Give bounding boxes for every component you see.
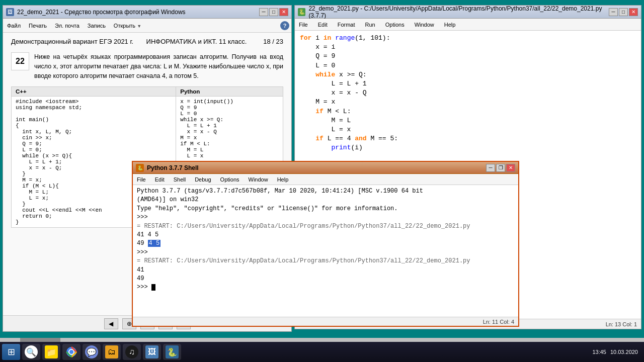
help-button[interactable]: ? [280,21,289,30]
scrollbar-thumb[interactable] [20,338,60,342]
shell-version-info: Python 3.7.7 (tags/v3.7.7:d7c567b08f, Ma… [137,187,514,196]
minimize-button[interactable]: ─ [259,8,268,16]
shell-menu-edit[interactable]: Edit [153,176,167,183]
menu-run[interactable]: Run [363,21,377,28]
editor-maximize-button[interactable]: □ [619,8,628,16]
shell-minimize-button[interactable]: ─ [486,164,495,172]
open-dropdown-icon: ▼ [137,24,141,29]
chrome-icon [65,345,78,358]
toolbar-record[interactable]: Запись [86,22,108,30]
shell-menu-shell[interactable]: Shell [172,176,188,183]
taskbar-time: 13:45 [592,349,606,355]
menu-format[interactable]: Format [336,21,357,28]
shell-icon: 🐍 [136,164,144,172]
editor-menubar: File Edit Format Run Options Window Help [295,19,641,31]
shell-platform-info: (AMD64)] on win32 [137,196,514,204]
discord-icon: 💬 [85,345,98,358]
shell-restart-2: = RESTART: C:/Users/University/AppData/L… [137,257,514,265]
taskbar-explorer[interactable]: 🗂 [103,344,121,360]
exam-header: Демонстрационный вариант ЕГЭ 2021 г. ИНФ… [11,38,283,45]
media-icon: ♫ [125,345,138,358]
shell-menu-debug[interactable]: Debug [193,176,213,183]
shell-prompt-0: >>> [137,213,514,222]
cpp-header: C++ [12,87,176,97]
python-header: Python [176,87,283,97]
menu-edit[interactable]: Edit [316,21,330,28]
taskbar-chrome[interactable] [62,344,80,360]
shell-status-text: Ln: 11 Col: 4 [483,319,514,325]
windows-icon: ⊞ [8,346,15,357]
editor-status-text: Ln: 13 Col: 1 [606,321,637,327]
exam-page: 18 / 23 [263,38,283,45]
photos-icon: 🖼 [145,345,158,358]
taskbar-media[interactable]: ♫ [123,344,141,360]
taskbar-photos[interactable]: 🖼 [143,344,161,360]
taskbar-discord[interactable]: 💬 [83,344,101,360]
maximize-button[interactable]: □ [269,8,278,16]
editor-titlebar-left: 🐍 22_demo_2021.py - C:/Users/University/… [298,5,609,19]
bottom-scrollbar[interactable] [0,338,644,342]
shell-cursor [151,284,155,291]
shell-restart-1: = RESTART: C:/Users/University/AppData/L… [137,222,514,231]
shell-title: Python 3.7.7 Shell [147,164,199,171]
photo-viewer-titlebar: 🖼 22_demo_2021 - Средство просмотра фото… [3,6,291,19]
taskbar-search[interactable]: 🔍 [22,344,40,360]
shell-titlebar: 🐍 Python 3.7.7 Shell ─ ❐ ✕ [133,162,518,174]
shell-menu-file[interactable]: File [135,176,148,183]
toolbar-email[interactable]: Эл. почта [53,22,82,30]
photo-viewer-title: 22_demo_2021 - Средство просмотра фотогр… [17,9,186,16]
editor-minimize-button[interactable]: ─ [609,8,618,16]
taskbar: ⊞ 🔍 📁 💬 🗂 ♫ 🖼 🐍 13:45 [0,342,644,362]
toolbar-open[interactable]: Открыть ▼ [112,22,143,30]
shell-prompt-1: >>> [137,248,514,257]
search-icon: 🔍 [25,345,38,358]
shell-menu-window[interactable]: Window [247,176,270,183]
taskbar-date: 10.03.2020 [610,349,638,355]
editor-close-button[interactable]: ✕ [629,8,638,16]
explorer-icon: 🗂 [105,345,118,358]
start-button[interactable]: ⊞ [2,344,20,360]
shell-help-text: Type "help", "copyright", "credits" or "… [137,205,514,213]
prev-button[interactable]: ◀ [104,318,118,329]
menu-options[interactable]: Options [383,21,407,28]
shell-prompt-2: >>> [137,283,514,292]
shell-close-button[interactable]: ✕ [506,164,515,172]
shell-output-2b: 49 [137,275,514,283]
python-icon: 🐍 [166,345,179,358]
editor-title: 22_demo_2021.py - C:/Users/University/Ap… [308,5,609,19]
menu-file[interactable]: File [297,21,310,28]
question-text: Ниже на четырёх языках программирования … [34,52,283,80]
shell-titlebar-buttons: ─ ❐ ✕ [486,164,515,172]
svg-point-2 [69,350,73,354]
editor-titlebar: 🐍 22_demo_2021.py - C:/Users/University/… [295,6,641,19]
menu-window[interactable]: Window [413,21,436,28]
shell-output-1a: 41 4 5 [137,231,514,239]
shell-menu-help[interactable]: Help [275,176,291,183]
question-block: 22 Ниже на четырёх языках программирован… [11,52,283,80]
python-editor-icon: 🐍 [298,8,305,16]
shell-menu-options[interactable]: Options [218,176,242,183]
taskbar-right: 13:45 10.03.2020 [592,349,642,355]
photo-viewer-toolbar: Файл Печать Эл. почта Запись Открыть ▼ ? [3,19,291,33]
editor-titlebar-buttons: ─ □ ✕ [609,8,638,16]
photo-viewer-icon: 🖼 [6,8,14,16]
close-button[interactable]: ✕ [279,8,288,16]
toolbar-print[interactable]: Печать [27,22,49,30]
titlebar-buttons: ─ □ ✕ [259,8,288,16]
shell-statusbar: Ln: 11 Col: 4 [133,317,518,326]
python-shell-window: 🐍 Python 3.7.7 Shell ─ ❐ ✕ File Edit She… [132,161,519,327]
exam-left-text: Демонстрационный вариант ЕГЭ 2021 г. ИНФ… [11,38,247,45]
shell-output-1b: 49 4 5 [137,239,514,248]
shell-titlebar-left: 🐍 Python 3.7.7 Shell [136,164,199,172]
menu-help[interactable]: Help [442,21,458,28]
toolbar-file[interactable]: Файл [5,22,23,30]
taskbar-file-explorer[interactable]: 📁 [42,344,60,360]
shell-restore-button[interactable]: ❐ [496,164,505,172]
taskbar-python[interactable]: 🐍 [163,344,181,360]
question-number: 22 [11,52,29,70]
file-explorer-icon: 📁 [45,345,58,358]
shell-menubar: File Edit Shell Debug Options Window Hel… [133,174,518,185]
shell-content[interactable]: Python 3.7.7 (tags/v3.7.7:d7c567b08f, Ma… [133,185,518,317]
shell-highlight-text: 4 5 [148,240,161,247]
titlebar-left: 🖼 22_demo_2021 - Средство просмотра фото… [6,8,186,16]
